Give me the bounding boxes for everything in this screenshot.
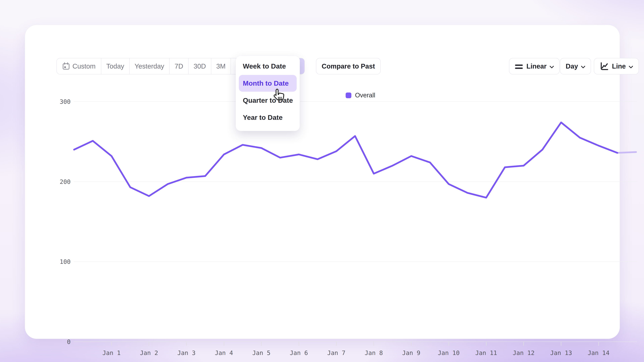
menu-item-month-to-date[interactable]: Month to Date — [239, 75, 297, 92]
menu-item-quarter-to-date[interactable]: Quarter to Date — [239, 92, 297, 109]
page-background: CustomTodayYesterday7D30D3M6M12MXTD Comp… — [0, 0, 644, 362]
menu-item-year-to-date[interactable]: Year to Date — [239, 109, 297, 126]
overall-line-series-in-progress[interactable] — [617, 152, 636, 153]
date-range-dropdown-menu: Week to DateMonth to DateQuarter to Date… — [236, 56, 300, 131]
insight-card: CustomTodayYesterday7D30D3M6M12MXTD Comp… — [25, 25, 620, 339]
mouse-cursor — [272, 88, 285, 103]
menu-item-week-to-date[interactable]: Week to Date — [239, 58, 297, 75]
overall-line-series[interactable] — [74, 122, 617, 198]
